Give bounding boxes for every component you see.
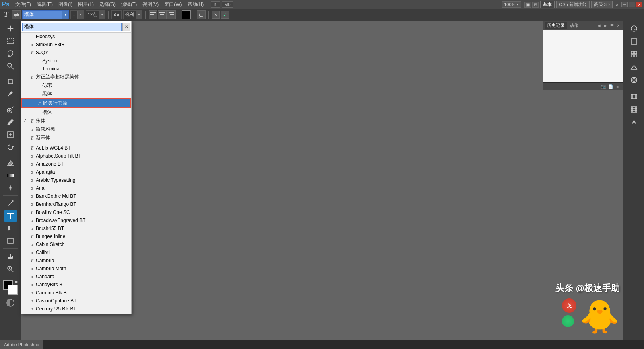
font-item-fangsong[interactable]: 仿宋 bbox=[21, 81, 131, 90]
font-item-bernhard[interactable]: o BernhardTango BT bbox=[21, 200, 131, 208]
healing-brush-tool[interactable] bbox=[4, 104, 17, 116]
panel-arrow-left[interactable]: ◀ bbox=[596, 23, 602, 29]
font-search-input[interactable] bbox=[22, 23, 122, 31]
workspace-basic[interactable]: 基本 bbox=[540, 1, 555, 8]
right-panel-btn-5[interactable] bbox=[628, 74, 640, 86]
right-panel-btn-3[interactable] bbox=[628, 48, 640, 60]
close-btn[interactable]: ✕ bbox=[636, 2, 642, 7]
right-panel-btn-1[interactable] bbox=[628, 23, 640, 35]
font-size-dropdown-btn[interactable]: ▼ bbox=[99, 11, 105, 19]
marquee-tool[interactable] bbox=[4, 35, 17, 47]
font-item-aparajita[interactable]: o Aparajita bbox=[21, 168, 131, 176]
zoom-tool[interactable] bbox=[4, 263, 17, 275]
font-name-dropdown-btn[interactable]: ▼ bbox=[62, 10, 69, 19]
extras-btn[interactable]: ⊟ bbox=[532, 2, 539, 8]
hand-tool[interactable] bbox=[4, 250, 17, 263]
type-tool[interactable] bbox=[4, 210, 17, 222]
font-item-broadway[interactable]: o BroadwayEngraved BT bbox=[21, 216, 131, 224]
font-item-arial[interactable]: o Arial bbox=[21, 184, 131, 192]
warp-text-btn[interactable]: T bbox=[197, 10, 206, 19]
zoom-dropdown-icon[interactable]: ▼ bbox=[516, 3, 519, 6]
menu-file[interactable]: 文件(F) bbox=[13, 0, 33, 9]
gradient-tool[interactable] bbox=[4, 169, 17, 181]
font-item-cambria[interactable]: T Cambria bbox=[21, 257, 131, 265]
menu-window[interactable]: 窗口(W) bbox=[162, 0, 184, 9]
right-panel-btn-2[interactable] bbox=[628, 35, 640, 47]
align-center-btn[interactable] bbox=[158, 10, 167, 19]
font-item-fixedsys[interactable]: Fixedsys bbox=[21, 33, 131, 41]
default-colors-btn[interactable]: □ bbox=[3, 291, 5, 295]
screen-mode-btn[interactable]: ▣ bbox=[524, 2, 531, 8]
menu-view[interactable]: 视图(V) bbox=[140, 0, 161, 9]
background-color[interactable] bbox=[8, 285, 18, 295]
panel-close-btn[interactable]: ✕ bbox=[615, 23, 621, 29]
font-item-sjqy[interactable]: T SJQY bbox=[21, 49, 131, 57]
right-panel-btn-4[interactable] bbox=[628, 61, 640, 73]
tab-actions[interactable]: 动作 bbox=[567, 22, 581, 29]
font-item-cabin-sketch[interactable]: o Cabin Sketch bbox=[21, 240, 131, 248]
pen-tool[interactable] bbox=[4, 197, 17, 209]
font-item-bungee[interactable]: T Bungee Inline bbox=[21, 232, 131, 240]
align-left-btn[interactable] bbox=[149, 10, 157, 19]
workspace-more-btn[interactable]: » bbox=[614, 2, 620, 7]
font-item-terminal[interactable]: Terminal bbox=[21, 65, 131, 73]
font-item-jingdian[interactable]: T 经典行书简 bbox=[21, 98, 131, 108]
font-item-kaiti[interactable]: 楷体 bbox=[21, 108, 131, 117]
text-orientation-btn[interactable]: ⇌ bbox=[12, 10, 21, 19]
mini-bridge-btn[interactable]: Mb bbox=[222, 1, 233, 8]
menu-edit[interactable]: 编辑(E) bbox=[34, 0, 55, 9]
font-item-cambria-math[interactable]: o Cambria Math bbox=[21, 265, 131, 273]
right-panel-btn-6[interactable] bbox=[628, 90, 640, 103]
swap-colors-btn[interactable]: ⇌ bbox=[15, 280, 18, 284]
bridge-btn[interactable]: Br bbox=[211, 1, 220, 8]
workspace-3d[interactable]: 高级 3D bbox=[591, 1, 613, 8]
history-delete-btn[interactable]: 🗑 bbox=[615, 84, 621, 89]
minimize-btn[interactable]: ─ bbox=[621, 2, 628, 7]
panel-menu-btn[interactable]: ☰ bbox=[609, 23, 615, 29]
font-item-bankgothic[interactable]: o BankGothic Md BT bbox=[21, 192, 131, 200]
text-color-swatch[interactable] bbox=[182, 10, 191, 19]
font-item-xinsongti[interactable]: T 新宋体 bbox=[21, 133, 131, 142]
font-item-weiruan[interactable]: o 微软雅黑 bbox=[21, 125, 131, 133]
font-item-century725[interactable]: o Century725 Blk BT bbox=[21, 305, 131, 313]
history-snapshot-btn[interactable]: 📷 bbox=[600, 84, 607, 89]
history-new-doc-btn[interactable]: 📄 bbox=[607, 84, 614, 89]
font-search-clear-btn[interactable]: ✕ bbox=[122, 23, 130, 31]
font-item-songti[interactable]: ✓ T 宋体 bbox=[21, 117, 131, 125]
font-item-adlib[interactable]: T AdLib WGL4 BT bbox=[21, 144, 131, 152]
quick-select-tool[interactable] bbox=[4, 60, 17, 72]
font-item-candybits[interactable]: o CandyBits BT bbox=[21, 281, 131, 289]
history-brush-tool[interactable] bbox=[4, 141, 17, 153]
font-item-amazone[interactable]: o Amazone BT bbox=[21, 160, 131, 168]
confirm-text-btn[interactable]: ✓ bbox=[221, 11, 229, 19]
blur-tool[interactable] bbox=[4, 182, 17, 194]
menu-help[interactable]: 帮助(H) bbox=[185, 0, 206, 9]
quick-mask-btn[interactable] bbox=[5, 298, 16, 308]
crop-tool[interactable] bbox=[4, 76, 17, 88]
move-tool[interactable] bbox=[4, 23, 17, 35]
font-name-input[interactable] bbox=[22, 10, 62, 19]
eyedropper-tool[interactable] bbox=[4, 88, 17, 100]
menu-filter[interactable]: 滤镜(T) bbox=[119, 0, 139, 9]
font-item-arabic[interactable]: o Arabic Typesetting bbox=[21, 176, 131, 184]
taskbar-ps[interactable]: Adobe Photoshop bbox=[0, 340, 43, 349]
font-item-fangzheng[interactable]: T 方正兰亭超细黑简体 bbox=[21, 73, 131, 81]
font-style-dropdown-btn[interactable]: ▼ bbox=[77, 11, 84, 19]
font-item-bowlby[interactable]: T Bowlby One SC bbox=[21, 208, 131, 216]
font-item-simsun-extb[interactable]: o SimSun-ExtB bbox=[21, 41, 131, 49]
anti-alias-dropdown-btn[interactable]: ▼ bbox=[136, 11, 142, 19]
font-item-heiti[interactable]: 黑体 bbox=[21, 90, 131, 98]
lasso-tool[interactable] bbox=[4, 47, 17, 60]
shape-tool[interactable] bbox=[4, 235, 17, 247]
font-item-system[interactable]: System bbox=[21, 57, 131, 65]
menu-select[interactable]: 选择(S) bbox=[97, 0, 118, 9]
tab-history[interactable]: 历史记录 bbox=[545, 22, 567, 29]
panel-arrow-right[interactable]: ▶ bbox=[603, 23, 608, 29]
brush-tool[interactable] bbox=[4, 116, 17, 128]
menu-image[interactable]: 图像(I) bbox=[56, 0, 75, 9]
font-item-chianti[interactable]: o Chianti XBd BT bbox=[21, 313, 131, 314]
font-item-candara[interactable]: o Candara bbox=[21, 273, 131, 281]
workspace-new-features[interactable]: CS5 新增功能 bbox=[556, 1, 589, 8]
font-item-alphabetsoup[interactable]: o AlphabetSoup Tilt BT bbox=[21, 152, 131, 160]
cancel-text-btn[interactable]: ✕ bbox=[212, 11, 220, 19]
